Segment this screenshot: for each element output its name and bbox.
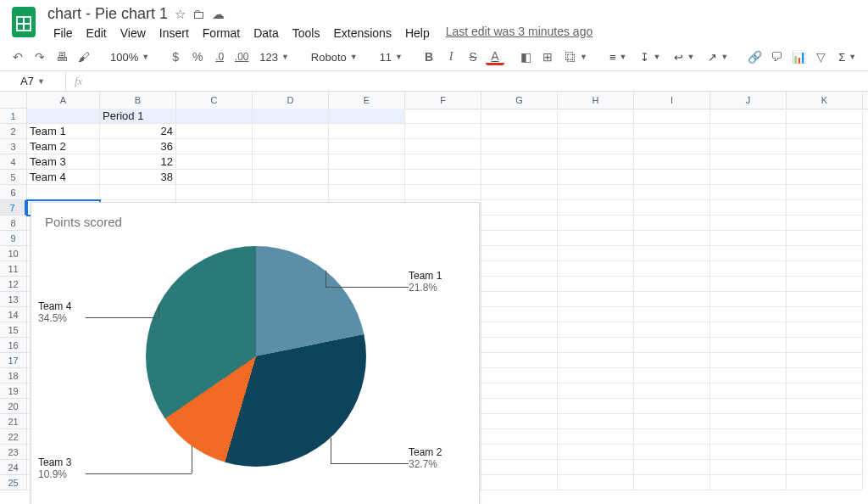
cell-K20[interactable] [787,399,863,414]
cell-K6[interactable] [787,185,863,200]
cell-H8[interactable] [558,216,634,231]
menu-data[interactable]: Data [248,25,285,42]
cell-A6[interactable] [27,185,100,200]
cell-G22[interactable] [481,429,558,445]
comment-icon[interactable]: 🗩 [767,47,786,67]
decrease-decimal-button[interactable]: .0 [210,47,229,67]
cell-I16[interactable] [634,338,710,353]
cell-K12[interactable] [787,277,863,292]
cell-K18[interactable] [787,368,863,384]
cell-K24[interactable] [787,460,863,475]
cell-I1[interactable] [634,109,710,124]
chart-object[interactable]: Points scored Team 121.8%Team 232.7%Team… [31,202,480,504]
cell-J15[interactable] [710,322,787,338]
cell-H17[interactable] [558,353,634,368]
cell-G25[interactable] [481,475,558,490]
cell-G13[interactable] [481,292,558,307]
cell-I5[interactable] [634,170,710,185]
col-header-A[interactable]: A [27,92,100,109]
cell-D4[interactable] [253,154,329,170]
menu-extensions[interactable]: Extensions [327,25,397,42]
cell-I7[interactable] [634,200,710,216]
cell-B6[interactable] [100,185,176,200]
cell-C6[interactable] [176,185,253,200]
print-icon[interactable]: 🖶 [53,47,71,67]
cell-H4[interactable] [558,154,634,170]
cell-G12[interactable] [481,277,558,292]
cell-D1[interactable] [253,109,329,124]
filter-icon[interactable]: ▽ [811,47,830,67]
cell-H13[interactable] [558,292,634,307]
row-header-20[interactable]: 20 [0,399,26,414]
cell-K1[interactable] [787,109,863,124]
cell-J18[interactable] [710,368,787,384]
cell-E6[interactable] [329,185,405,200]
cell-F6[interactable] [405,185,481,200]
row-header-12[interactable]: 12 [0,277,26,292]
cell-H2[interactable] [558,124,634,139]
cell-E4[interactable] [329,154,405,170]
row-header-23[interactable]: 23 [0,445,26,460]
cell-A1[interactable] [27,109,100,124]
row-header-5[interactable]: 5 [0,170,26,185]
row-header-25[interactable]: 25 [0,475,26,490]
row-header-11[interactable]: 11 [0,261,26,277]
cell-H9[interactable] [558,231,634,246]
font-size-select[interactable]: 11▼ [375,51,408,64]
cell-J10[interactable] [710,246,787,261]
row-header-10[interactable]: 10 [0,246,26,261]
cell-G16[interactable] [481,338,558,353]
cell-G20[interactable] [481,399,558,414]
menu-insert[interactable]: Insert [153,25,195,42]
cell-J20[interactable] [710,399,787,414]
cell-E3[interactable] [329,139,405,154]
cell-J16[interactable] [710,338,787,353]
cell-J9[interactable] [710,231,787,246]
cell-I14[interactable] [634,307,710,322]
cell-H23[interactable] [558,445,634,460]
row-header-13[interactable]: 13 [0,292,26,307]
cell-G2[interactable] [481,124,558,139]
col-header-D[interactable]: D [253,92,329,109]
cell-C4[interactable] [176,154,253,170]
cell-J1[interactable] [710,109,787,124]
row-header-17[interactable]: 17 [0,353,26,368]
cell-I25[interactable] [634,475,710,490]
row-header-21[interactable]: 21 [0,414,26,429]
menu-file[interactable]: File [47,25,79,42]
cell-A4[interactable]: Team 3 [27,154,100,170]
cell-A5[interactable]: Team 4 [27,170,100,185]
menu-tools[interactable]: Tools [287,25,326,42]
number-format-select[interactable]: 123▼ [254,51,294,64]
cell-D3[interactable] [253,139,329,154]
strikethrough-button[interactable]: S [464,47,482,67]
cell-K3[interactable] [787,139,863,154]
cell-G10[interactable] [481,246,558,261]
cell-I13[interactable] [634,292,710,307]
cell-F3[interactable] [405,139,481,154]
cell-I18[interactable] [634,368,710,384]
cell-J6[interactable] [710,185,787,200]
cell-H21[interactable] [558,414,634,429]
col-header-C[interactable]: C [176,92,253,109]
cell-G15[interactable] [481,322,558,338]
cell-G6[interactable] [481,185,558,200]
cell-J5[interactable] [710,170,787,185]
cell-G19[interactable] [481,384,558,399]
last-edit-link[interactable]: Last edit was 3 minutes ago [446,25,593,42]
cell-G8[interactable] [481,216,558,231]
cell-H22[interactable] [558,429,634,445]
cell-K8[interactable] [787,216,863,231]
row-header-6[interactable]: 6 [0,185,26,200]
cell-F1[interactable] [405,109,481,124]
bold-button[interactable]: B [420,47,438,67]
cell-K23[interactable] [787,445,863,460]
row-header-22[interactable]: 22 [0,429,26,445]
cell-K25[interactable] [787,475,863,490]
font-select[interactable]: Roboto▼ [306,51,363,64]
row-header-19[interactable]: 19 [0,384,26,399]
row-header-14[interactable]: 14 [0,307,26,322]
row-header-24[interactable]: 24 [0,460,26,475]
cell-I6[interactable] [634,185,710,200]
cell-I22[interactable] [634,429,710,445]
